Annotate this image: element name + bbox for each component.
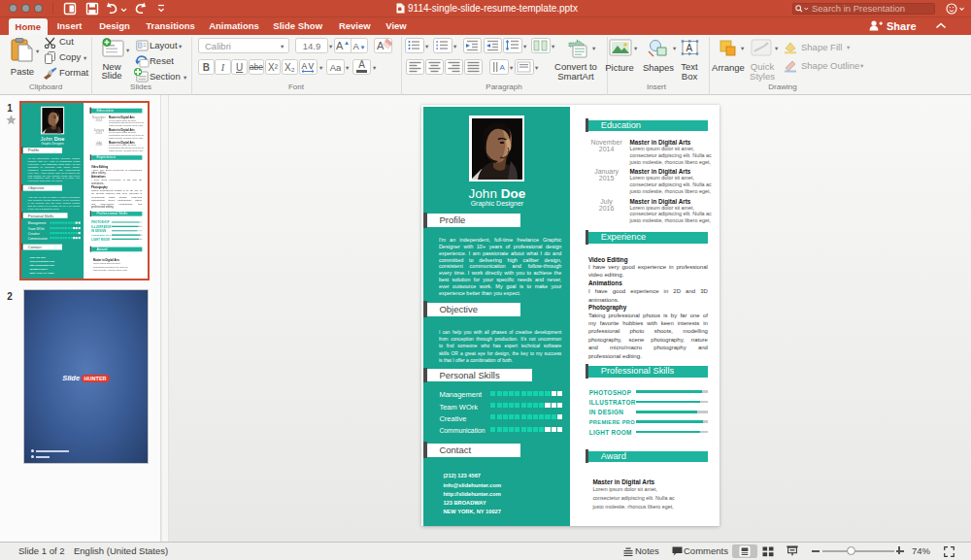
svg-text:V: V [309,61,315,71]
svg-text:A: A [500,63,506,72]
svg-text:A: A [686,43,693,53]
svg-text:A: A [302,61,308,71]
